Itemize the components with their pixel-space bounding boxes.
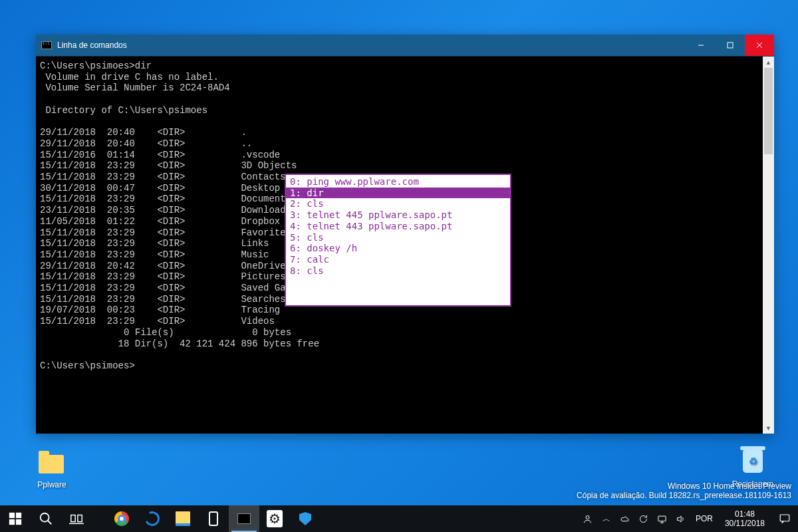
action-center-button[interactable]: [771, 513, 798, 525]
svg-rect-10: [71, 515, 75, 522]
scroll-track[interactable]: [763, 68, 774, 422]
recycle-icon: [743, 450, 763, 473]
command-history-popup[interactable]: 0: ping www.pplware.com1: dir2: cls3: te…: [285, 174, 511, 307]
phone-icon: [209, 511, 218, 526]
clock-time: 01:48: [735, 509, 755, 519]
svg-point-8: [41, 513, 49, 522]
search-button[interactable]: [31, 505, 61, 532]
scroll-thumb[interactable]: [764, 68, 773, 154]
svg-rect-14: [658, 516, 666, 521]
start-button[interactable]: [0, 505, 31, 532]
window-title: Linha de comandos: [57, 41, 127, 50]
edge-icon: [143, 509, 162, 528]
history-item[interactable]: 6: doskey /h: [286, 243, 510, 254]
tray-update-icon[interactable]: [634, 505, 653, 532]
close-button[interactable]: [745, 35, 774, 56]
taskbar-chrome[interactable]: [106, 505, 137, 532]
minimize-button[interactable]: [686, 35, 716, 56]
history-item[interactable]: 2: cls: [286, 198, 510, 209]
taskbar-clock[interactable]: 01:48 30/11/2018: [718, 505, 771, 532]
task-view-button[interactable]: [61, 505, 92, 532]
folder-icon: [39, 455, 64, 473]
scroll-up-button[interactable]: ▲: [763, 57, 774, 68]
svg-line-9: [48, 521, 52, 525]
history-item[interactable]: 7: calc: [286, 254, 510, 265]
chrome-icon: [114, 511, 129, 526]
svg-point-13: [586, 515, 589, 519]
svg-rect-1: [728, 43, 733, 48]
gear-icon: [267, 510, 283, 527]
cmd-task-icon: [237, 513, 251, 524]
watermark-line1: Windows 10 Home Insider Preview: [577, 481, 791, 491]
taskbar-edge[interactable]: [137, 505, 168, 532]
svg-marker-17: [678, 516, 682, 522]
taskbar-settings[interactable]: [259, 505, 290, 532]
tray-volume-icon[interactable]: [672, 505, 690, 532]
taskbar-your-phone[interactable]: [198, 505, 229, 532]
history-item[interactable]: 3: telnet 445 pplware.sapo.pt: [286, 209, 510, 221]
svg-rect-18: [780, 515, 789, 521]
titlebar[interactable]: Linha de comandos: [36, 35, 774, 56]
vertical-scrollbar[interactable]: ▲ ▼: [763, 57, 774, 434]
history-item[interactable]: 5: cls: [286, 232, 510, 243]
taskbar-security[interactable]: [290, 505, 321, 532]
watermark-line2: Cópia de avaliação. Build 18282.rs_prere…: [577, 491, 791, 500]
language-indicator[interactable]: POR: [690, 505, 718, 532]
svg-rect-7: [16, 519, 21, 525]
windows-watermark: Windows 10 Home Insider Preview Cópia de…: [577, 481, 791, 500]
taskbar-cmd[interactable]: [229, 505, 259, 532]
taskbar: ︿ POR 01:48 30/11/2018: [0, 505, 798, 532]
tray-overflow-button[interactable]: ︿: [597, 505, 616, 532]
desktop-folder-pplware[interactable]: Pplware: [27, 451, 77, 489]
taskbar-file-explorer[interactable]: [168, 505, 198, 532]
cmd-icon: [41, 41, 52, 49]
maximize-button[interactable]: [716, 35, 745, 56]
history-item[interactable]: 4: telnet 443 pplware.sapo.pt: [286, 221, 510, 232]
tray-network-icon[interactable]: [653, 505, 672, 532]
tray-onedrive-icon[interactable]: [616, 505, 634, 532]
svg-rect-11: [78, 515, 82, 522]
desktop-folder-label: Pplware: [27, 480, 77, 489]
history-item[interactable]: 8: cls: [286, 265, 510, 277]
file-explorer-icon: [176, 511, 190, 526]
svg-rect-5: [16, 513, 21, 518]
svg-rect-4: [9, 513, 15, 518]
tray-people-icon[interactable]: [579, 505, 597, 532]
shield-icon: [299, 512, 311, 525]
scroll-down-button[interactable]: ▼: [763, 422, 774, 434]
clock-date: 30/11/2018: [725, 519, 765, 528]
history-item[interactable]: 0: ping www.pplware.com: [286, 176, 510, 188]
svg-rect-6: [9, 519, 15, 525]
history-item[interactable]: 1: dir: [286, 188, 510, 199]
